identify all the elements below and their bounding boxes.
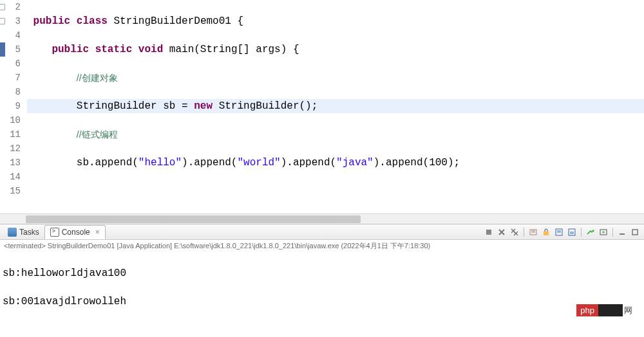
panel-tabs: Tasks Console × bbox=[0, 224, 644, 240]
svg-rect-6 bbox=[570, 232, 574, 234]
open-console-icon[interactable] bbox=[585, 227, 596, 237]
watermark-badge: php 网 bbox=[576, 304, 632, 316]
scrollbar-thumb[interactable] bbox=[26, 215, 361, 223]
tasks-icon bbox=[8, 228, 17, 237]
display-selected-icon[interactable] bbox=[567, 227, 577, 237]
new-console-icon[interactable] bbox=[598, 227, 609, 237]
badge-left: php bbox=[576, 304, 598, 316]
line-number: 9 bbox=[0, 99, 21, 113]
remove-all-icon[interactable] bbox=[509, 227, 520, 237]
tab-label: Tasks bbox=[19, 228, 39, 237]
line-number: 4 bbox=[0, 28, 21, 42]
svg-rect-2 bbox=[544, 232, 549, 235]
minimize-icon[interactable] bbox=[617, 227, 627, 237]
svg-rect-0 bbox=[486, 230, 491, 235]
console-output[interactable]: sb:helloworldjava100 sb:001avajdlrowolle… bbox=[0, 252, 644, 337]
tab-close-icon[interactable]: × bbox=[95, 228, 100, 237]
line-number: 13 bbox=[0, 156, 21, 170]
svg-rect-9 bbox=[632, 230, 638, 235]
line-number: 6 bbox=[0, 57, 21, 71]
badge-right bbox=[598, 304, 623, 316]
console-line: sb:001avajdlrowolleh bbox=[3, 295, 641, 309]
scroll-lock-icon[interactable] bbox=[541, 227, 551, 237]
line-number: 10 bbox=[0, 113, 21, 127]
svg-rect-8 bbox=[620, 233, 625, 235]
tab-tasks[interactable]: Tasks bbox=[3, 225, 44, 239]
toolbar-separator bbox=[612, 228, 613, 237]
line-number: 7 bbox=[0, 71, 21, 85]
line-number: 11 bbox=[0, 127, 21, 141]
svg-rect-4 bbox=[557, 230, 561, 233]
line-number-gutter: 2 3 4 5 6 7 8 9 10 11 12 13 14 15 bbox=[0, 0, 24, 214]
line-number: 14 bbox=[0, 170, 21, 184]
horizontal-scrollbar[interactable] bbox=[0, 214, 644, 224]
console-icon bbox=[50, 228, 59, 237]
line-number: 15 bbox=[0, 184, 21, 198]
console-toolbar bbox=[484, 227, 644, 237]
console-line: sb:helloworldjava100 bbox=[3, 266, 641, 280]
line-number: 12 bbox=[0, 141, 21, 156]
code-content[interactable]: public class StringBuilderDemo01 { publi… bbox=[24, 0, 644, 214]
remove-icon[interactable] bbox=[497, 227, 507, 237]
bottom-panel: Tasks Console × <terminated> StringBuild… bbox=[0, 224, 644, 337]
clear-console-icon[interactable] bbox=[528, 227, 538, 237]
line-number: 2 bbox=[0, 0, 21, 14]
terminate-icon[interactable] bbox=[484, 227, 494, 237]
tab-label: Console bbox=[62, 228, 90, 237]
badge-tail: 网 bbox=[624, 305, 632, 316]
console-process-label: <terminated> StringBuilderDemo01 [Java A… bbox=[0, 240, 644, 252]
code-editor[interactable]: 2 3 4 5 6 7 8 9 10 11 12 13 14 15 public… bbox=[0, 0, 644, 224]
line-number: 3 bbox=[0, 14, 21, 28]
toolbar-separator bbox=[581, 228, 582, 237]
pin-console-icon[interactable] bbox=[554, 227, 564, 237]
line-number: 5 bbox=[0, 42, 21, 57]
line-number: 8 bbox=[0, 85, 21, 99]
toolbar-separator bbox=[524, 228, 524, 237]
tab-console[interactable]: Console × bbox=[44, 225, 106, 239]
maximize-icon[interactable] bbox=[630, 227, 640, 237]
